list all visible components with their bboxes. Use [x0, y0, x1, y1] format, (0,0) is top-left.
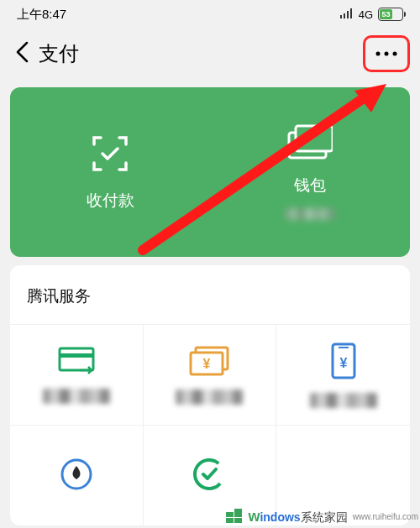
service-label-obscured — [310, 393, 377, 408]
svg-text:¥: ¥ — [203, 357, 211, 371]
svg-rect-24 — [234, 518, 242, 523]
services-card: 腾讯服务 ¥ ¥ — [10, 265, 410, 525]
yuan-ticket-icon: ¥ — [189, 346, 229, 379]
services-grid: ¥ ¥ — [10, 324, 410, 525]
status-bar: 上午8:47 4G 53 — [0, 0, 420, 29]
back-icon[interactable] — [15, 41, 29, 66]
service-label-obscured — [43, 389, 110, 404]
service-item[interactable] — [10, 425, 144, 525]
status-right: 4G 53 — [340, 8, 403, 21]
watermark-logo-icon — [226, 507, 244, 526]
payment-card: 收付款 钱包 — [10, 87, 410, 257]
svg-rect-22 — [234, 509, 242, 517]
battery-icon: 53 — [378, 8, 403, 21]
svg-text:¥: ¥ — [339, 356, 347, 370]
svg-rect-8 — [296, 126, 333, 151]
svg-rect-1 — [344, 13, 345, 18]
page-title: 支付 — [39, 40, 79, 67]
watermark: w indows系统家园 www.ruiheifu.com — [226, 507, 418, 526]
wallet-icon — [287, 124, 333, 163]
service-item[interactable]: ¥ — [144, 324, 277, 425]
svg-rect-23 — [226, 518, 234, 523]
pay-receive-button[interactable]: 收付款 — [10, 87, 210, 257]
service-label-obscured — [176, 389, 243, 405]
service-item[interactable] — [10, 324, 144, 425]
svg-point-6 — [393, 52, 397, 56]
svg-rect-21 — [226, 512, 234, 517]
services-title: 腾讯服务 — [10, 280, 410, 324]
svg-rect-2 — [347, 11, 349, 18]
service-item[interactable]: ¥ — [276, 324, 410, 425]
svg-rect-3 — [350, 8, 352, 18]
nav-bar: 支付 — [0, 29, 420, 79]
card-transfer-icon — [58, 347, 95, 379]
wallet-label: 钱包 — [294, 175, 326, 196]
watermark-url: www.ruiheifu.com — [353, 512, 418, 521]
svg-point-5 — [385, 52, 389, 56]
wallet-button[interactable]: 钱包 — [210, 87, 410, 257]
more-button[interactable] — [363, 35, 410, 72]
svg-rect-0 — [340, 15, 342, 18]
wallet-balance-obscured — [285, 208, 335, 220]
nav-left: 支付 — [15, 40, 79, 67]
water-drop-icon — [60, 457, 93, 494]
pay-receive-label: 收付款 — [87, 190, 134, 212]
scan-check-icon — [89, 133, 131, 178]
watermark-brand: w indows系统家园 — [248, 508, 347, 525]
battery-level: 53 — [380, 9, 392, 19]
svg-rect-10 — [60, 353, 93, 358]
signal-icon — [340, 8, 354, 21]
phone-yuan-icon: ¥ — [331, 342, 356, 383]
network-label: 4G — [359, 8, 373, 21]
shield-check-icon — [192, 457, 226, 494]
svg-point-4 — [376, 52, 381, 56]
status-time: 上午8:47 — [17, 7, 66, 23]
